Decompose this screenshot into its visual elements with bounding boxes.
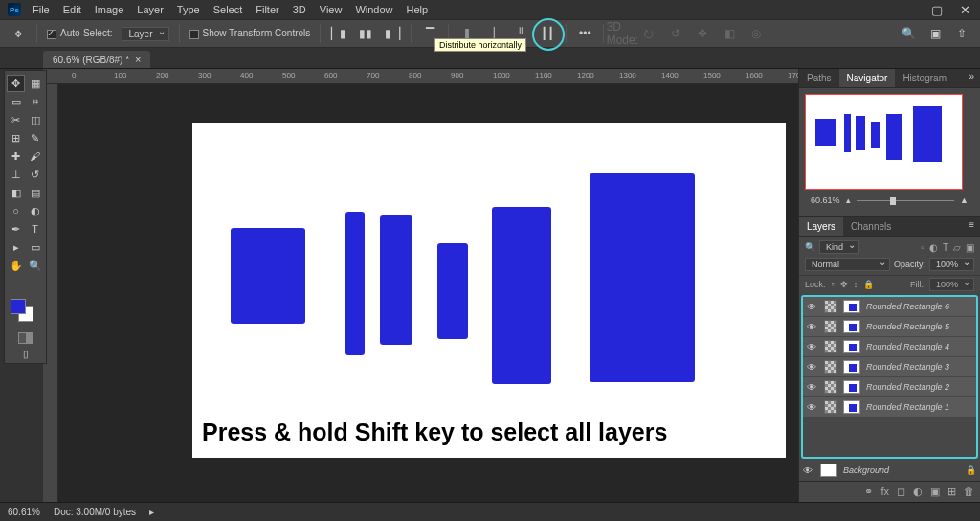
tab-navigator[interactable]: Navigator bbox=[839, 69, 896, 87]
share-icon[interactable]: ⇧ bbox=[953, 27, 970, 40]
visibility-icon[interactable]: 👁 bbox=[807, 322, 818, 332]
layer-item[interactable]: 👁Rounded Rectangle 3 bbox=[803, 357, 976, 377]
tab-layers[interactable]: Layers bbox=[799, 217, 843, 236]
close-tab-icon[interactable]: × bbox=[135, 54, 141, 65]
filter-smart-icon[interactable]: ▣ bbox=[966, 242, 974, 253]
quick-mask-icon[interactable] bbox=[7, 332, 44, 344]
lock-pixels-icon[interactable]: ▫ bbox=[832, 280, 835, 289]
shape-rectangle[interactable] bbox=[345, 212, 365, 355]
shape-rectangle[interactable] bbox=[437, 243, 468, 339]
color-swatches[interactable] bbox=[7, 297, 44, 326]
screen-mode-icon[interactable]: ▯ bbox=[7, 349, 44, 359]
group-icon[interactable]: ▣ bbox=[930, 486, 940, 498]
shape-rectangle[interactable] bbox=[380, 215, 412, 345]
menu-image[interactable]: Image bbox=[95, 4, 124, 15]
lasso-tool-icon[interactable]: ⌗ bbox=[26, 93, 44, 110]
adjustment-layer-icon[interactable]: ◐ bbox=[913, 486, 923, 498]
navigator-preview[interactable] bbox=[805, 94, 963, 190]
edit-toolbar-icon[interactable]: ⋯ bbox=[7, 275, 26, 292]
zoom-tool-icon[interactable]: 🔍 bbox=[26, 257, 44, 274]
shape-rectangle[interactable] bbox=[231, 228, 305, 324]
tab-paths[interactable]: Paths bbox=[799, 69, 839, 87]
history-brush-icon[interactable]: ↺ bbox=[26, 166, 44, 183]
layer-item[interactable]: 👁Rounded Rectangle 2 bbox=[803, 377, 976, 397]
dodge-tool-icon[interactable]: ◐ bbox=[26, 202, 44, 219]
visibility-icon[interactable]: 👁 bbox=[807, 402, 818, 413]
workspace-icon[interactable]: ▣ bbox=[926, 27, 944, 40]
filter-shape-icon[interactable]: ▱ bbox=[953, 242, 961, 253]
eraser-tool-icon[interactable]: ◧ bbox=[7, 184, 25, 201]
zoom-in-icon[interactable]: ▲ bbox=[960, 195, 969, 205]
maximize-icon[interactable]: ▢ bbox=[931, 3, 943, 17]
status-doc-info[interactable]: Doc: 3.00M/0 bytes bbox=[54, 507, 136, 517]
eyedropper-tool-icon[interactable]: ✎ bbox=[26, 129, 44, 147]
layer-item[interactable]: 👁Rounded Rectangle 6 bbox=[803, 297, 976, 317]
distribute-horizontal-icon[interactable]: ┃┃ bbox=[539, 27, 556, 40]
stamp-tool-icon[interactable]: ⊥ bbox=[7, 166, 25, 183]
visibility-icon[interactable]: 👁 bbox=[807, 382, 818, 393]
auto-select-target-dropdown[interactable]: Layer bbox=[122, 27, 168, 41]
zoom-slider[interactable] bbox=[857, 193, 955, 207]
lock-position-icon[interactable]: ✥ bbox=[840, 280, 848, 289]
menu-help[interactable]: Help bbox=[407, 4, 429, 15]
frame-tool-icon[interactable]: ⊞ bbox=[7, 129, 25, 147]
panel-menu-icon[interactable]: ≡ bbox=[963, 217, 980, 236]
visibility-icon[interactable]: 👁 bbox=[807, 342, 818, 352]
quick-select-tool-icon[interactable]: ✂ bbox=[7, 111, 25, 128]
tab-histogram[interactable]: Histogram bbox=[895, 69, 954, 87]
fill-input[interactable]: 100% bbox=[929, 278, 974, 291]
blur-tool-icon[interactable]: ○ bbox=[7, 202, 25, 219]
align-right-icon[interactable]: ▮▕ bbox=[384, 27, 401, 40]
artboard-tool-icon[interactable]: ▦ bbox=[26, 75, 44, 92]
gradient-tool-icon[interactable]: ▤ bbox=[26, 184, 44, 201]
menu-filter[interactable]: Filter bbox=[256, 4, 278, 15]
align-left-icon[interactable]: ▏▮ bbox=[330, 27, 347, 40]
crop-tool-icon[interactable]: ◫ bbox=[26, 111, 44, 128]
hand-tool-icon[interactable]: ✋ bbox=[7, 257, 25, 274]
show-transform-checkbox[interactable]: Show Transform Controls bbox=[189, 28, 311, 38]
filter-type-icon[interactable]: T bbox=[943, 242, 948, 253]
lock-artboard-icon[interactable]: ↕ bbox=[854, 280, 858, 289]
shape-rectangle[interactable] bbox=[492, 207, 551, 384]
path-select-tool-icon[interactable]: ▸ bbox=[7, 238, 25, 256]
blend-mode-dropdown[interactable]: Normal bbox=[805, 258, 890, 271]
layer-mask-icon[interactable]: ◻ bbox=[897, 486, 905, 498]
more-align-icon[interactable]: ••• bbox=[576, 27, 593, 40]
auto-select-checkbox[interactable]: Auto-Select: bbox=[47, 28, 112, 38]
shape-tool-icon[interactable]: ▭ bbox=[26, 238, 44, 256]
menu-edit[interactable]: Edit bbox=[63, 4, 81, 15]
document-tab[interactable]: 60.6% (RGB/8#) * × bbox=[43, 51, 150, 68]
status-more-icon[interactable]: ▸ bbox=[149, 507, 154, 517]
status-zoom[interactable]: 60.61% bbox=[8, 507, 40, 517]
layer-item[interactable]: 👁Rounded Rectangle 5 bbox=[803, 317, 976, 337]
tab-channels[interactable]: Channels bbox=[843, 217, 899, 236]
align-center-h-icon[interactable]: ▮▮ bbox=[357, 27, 374, 40]
menu-window[interactable]: Window bbox=[355, 4, 392, 15]
new-layer-icon[interactable]: ⊞ bbox=[947, 486, 956, 498]
panel-menu-icon[interactable]: » bbox=[963, 69, 980, 87]
menu-3d[interactable]: 3D bbox=[293, 4, 306, 15]
lock-all-icon[interactable]: 🔒 bbox=[863, 280, 874, 289]
close-icon[interactable]: ✕ bbox=[960, 3, 970, 17]
menu-view[interactable]: View bbox=[320, 4, 343, 15]
move-tool-icon[interactable]: ✥ bbox=[7, 75, 25, 92]
type-tool-icon[interactable]: T bbox=[26, 220, 44, 238]
visibility-icon[interactable]: 👁 bbox=[807, 362, 818, 373]
layer-style-icon[interactable]: fx bbox=[880, 486, 889, 498]
menu-select[interactable]: Select bbox=[213, 4, 243, 15]
layers-kind-dropdown[interactable]: Kind bbox=[819, 240, 859, 254]
shape-rectangle[interactable] bbox=[590, 173, 695, 382]
minimize-icon[interactable]: — bbox=[902, 3, 914, 17]
zoom-out-icon[interactable]: ▴ bbox=[846, 195, 851, 205]
visibility-icon[interactable]: 👁 bbox=[803, 465, 814, 476]
marquee-tool-icon[interactable]: ▭ bbox=[7, 93, 25, 110]
brush-tool-icon[interactable]: 🖌 bbox=[26, 147, 44, 165]
visibility-icon[interactable]: 👁 bbox=[807, 302, 818, 312]
opacity-input[interactable]: 100% bbox=[929, 258, 974, 271]
search-icon[interactable]: 🔍 bbox=[900, 27, 917, 40]
background-layer[interactable]: 👁 Background 🔒 bbox=[799, 461, 980, 481]
menu-file[interactable]: File bbox=[33, 4, 50, 15]
delete-layer-icon[interactable]: 🗑 bbox=[964, 486, 974, 498]
menu-layer[interactable]: Layer bbox=[137, 4, 164, 15]
healing-tool-icon[interactable]: ✚ bbox=[7, 147, 25, 165]
